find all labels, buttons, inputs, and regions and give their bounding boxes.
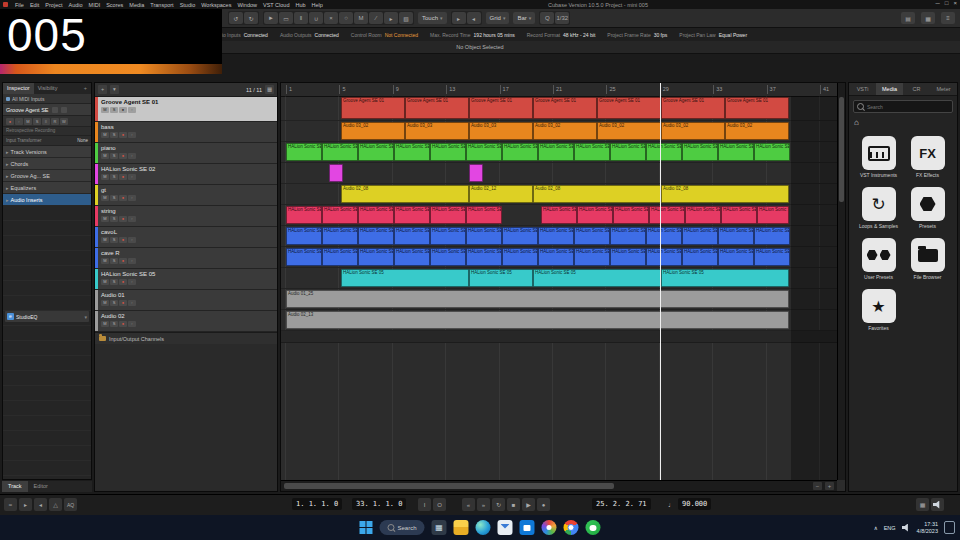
clip[interactable]: HALion Sonic SE 01	[646, 143, 682, 161]
track-row-halion-sonic-se-02[interactable]: HALion Sonic SE 02MS●◦	[95, 164, 277, 185]
media-tile-vst-instruments[interactable]: VST Instruments	[857, 136, 900, 178]
clip[interactable]: HALion Sonic SE 04	[466, 227, 502, 245]
menu-workspaces[interactable]: Workspaces	[198, 2, 234, 8]
clip[interactable]: HALion Sonic SE 01	[286, 143, 322, 161]
auto-punch-out-icon[interactable]: ◂	[467, 12, 481, 24]
clip[interactable]: HALion Sonic SE 04	[718, 248, 754, 266]
inspector-mini-button[interactable]: ≡	[42, 118, 50, 125]
menu-audio[interactable]: Audio	[65, 2, 85, 8]
home-icon[interactable]: ⌂	[854, 118, 859, 127]
snap-type-dropdown[interactable]: Grid ▾	[486, 12, 510, 24]
clip[interactable]: HALion Sonic SE 03	[577, 206, 613, 224]
inspector-mini-button[interactable]: ●	[6, 118, 14, 125]
inspector-tab-visibility[interactable]: Visibility	[34, 83, 62, 94]
monitor-button[interactable]: ◦	[128, 132, 136, 138]
clip[interactable]: Audio 03_03	[405, 122, 469, 140]
clip[interactable]: Audio 02_12	[469, 185, 533, 203]
monitor-button[interactable]: ◦	[128, 321, 136, 327]
clip[interactable]: HALion Sonic SE 04	[754, 227, 790, 245]
solo-button[interactable]: S	[110, 195, 118, 201]
clip[interactable]: HALion Sonic SE 04	[718, 227, 754, 245]
punch-out-button[interactable]: O	[433, 498, 446, 511]
record-arm-button[interactable]: ●	[119, 174, 127, 180]
inspector-section-chords[interactable]: ▸Chords	[3, 158, 91, 170]
clip[interactable]: HALion Sonic SE 04	[610, 248, 646, 266]
inspector-section-track-versions[interactable]: ▸Track Versions	[3, 146, 91, 158]
right-zone-tab-meter[interactable]: Meter	[930, 83, 957, 95]
clip[interactable]: HALion Sonic SE 03	[394, 206, 430, 224]
menu-project[interactable]: Project	[42, 2, 65, 8]
clip[interactable]: HALion Sonic SE 04	[682, 227, 718, 245]
solo-button[interactable]: S	[110, 174, 118, 180]
menu-studio[interactable]: Studio	[177, 2, 199, 8]
inspector-section-groove-ag-se[interactable]: ▸Groove Ag... SE	[3, 170, 91, 182]
clip[interactable]: HALion Sonic SE 05	[533, 269, 661, 287]
automation-mode-dropdown[interactable]: Touch ▾	[418, 12, 447, 24]
range-selection-tool[interactable]: ▭	[279, 12, 293, 24]
goto-next-marker-button[interactable]: »	[477, 498, 490, 511]
locator-time-display[interactable]: 33. 1. 1. 0	[352, 498, 406, 510]
language-indicator[interactable]: ENG	[884, 525, 896, 531]
metronome-icon[interactable]: △	[49, 498, 62, 511]
mute-button[interactable]: M	[101, 195, 109, 201]
punch-in-button[interactable]: I	[418, 498, 431, 511]
inspector-tab-inspector[interactable]: Inspector	[3, 83, 34, 94]
inspector-section-audio-inserts[interactable]: ▸Audio Inserts	[3, 194, 91, 206]
track-row-audio-02[interactable]: Audio 02MS●◦	[95, 311, 277, 332]
horizontal-scrollbar-thumb[interactable]	[284, 483, 614, 489]
clip[interactable]: HALion Sonic SE 03	[613, 206, 649, 224]
menu-midi[interactable]: MIDI	[86, 2, 104, 8]
clip[interactable]: Groove Agent SE 01	[469, 97, 533, 119]
solo-button[interactable]: S	[110, 300, 118, 306]
clip[interactable]: HALion Sonic SE 04	[538, 248, 574, 266]
grid-type-dropdown[interactable]: Bar ▾	[513, 12, 535, 24]
add-inspector-tab-button[interactable]: +	[80, 83, 91, 94]
clip[interactable]: HALion Sonic SE 04	[430, 227, 466, 245]
redo-icon[interactable]: ↻	[244, 12, 258, 24]
horizontal-scrollbar[interactable]: − +	[281, 480, 837, 491]
play-tool[interactable]: ▸	[384, 12, 398, 24]
clip[interactable]	[329, 164, 343, 182]
midi-in-icon[interactable]: ▸	[19, 498, 32, 511]
track-row-cave-r[interactable]: cave RMS●◦	[95, 248, 277, 269]
clock[interactable]: 17:31 4/8/2023	[917, 521, 938, 534]
retrospective-recording-row[interactable]: Retrospective Recording	[3, 127, 91, 136]
clip[interactable]: HALion Sonic SE 04	[538, 227, 574, 245]
media-tile-fx-effects[interactable]: FXFX Effects	[906, 136, 949, 178]
monitor-button[interactable]: ◦	[128, 258, 136, 264]
position-display[interactable]: 25. 2. 2. 71	[592, 498, 651, 510]
menu-scores[interactable]: Scores	[103, 2, 126, 8]
mail-icon[interactable]	[498, 520, 513, 535]
mute-button[interactable]: M	[101, 107, 109, 113]
auto-quantize-button[interactable]: AQ	[64, 498, 77, 511]
mute-button[interactable]: M	[101, 258, 109, 264]
input-routing-row[interactable]: All MIDI Inputs	[3, 94, 91, 104]
solo-button[interactable]: S	[110, 153, 118, 159]
undo-icon[interactable]: ↺	[229, 12, 243, 24]
object-selection-tool[interactable]: ►	[264, 12, 278, 24]
clip[interactable]: HALion Sonic SE 05	[661, 269, 789, 287]
close-button[interactable]: ×	[953, 0, 957, 6]
mute-button[interactable]: M	[101, 216, 109, 222]
stop-button[interactable]: ■	[507, 498, 520, 511]
mute-button[interactable]: M	[101, 300, 109, 306]
midi-out-icon[interactable]: ◂	[34, 498, 47, 511]
media-search-input[interactable]: Search	[853, 100, 953, 113]
media-tile-loops-samples[interactable]: ↻Loops & Samples	[857, 187, 900, 229]
store-icon[interactable]	[520, 520, 535, 535]
inspector-track-name-row[interactable]: Groove Agent SE	[3, 104, 91, 116]
add-track-button[interactable]: +	[98, 85, 107, 94]
edit-channel-icon[interactable]	[52, 107, 58, 113]
track-row-gt[interactable]: gtMS●◦	[95, 185, 277, 206]
clip[interactable]: HALion Sonic SE 03	[721, 206, 757, 224]
clip[interactable]: HALion Sonic SE 04	[502, 227, 538, 245]
messenger-icon[interactable]	[586, 520, 601, 535]
clip[interactable]: HALion Sonic SE 04	[610, 227, 646, 245]
setup-icon[interactable]: ≡	[941, 12, 955, 24]
quantize-value[interactable]: 1/32	[555, 12, 569, 24]
color-tool[interactable]: ▧	[399, 12, 413, 24]
menu-hub[interactable]: Hub	[292, 2, 308, 8]
track-row-string[interactable]: stringMS●◦	[95, 206, 277, 227]
clip[interactable]: HALion Sonic SE 05	[469, 269, 533, 287]
clip[interactable]: HALion Sonic SE 03	[430, 206, 466, 224]
